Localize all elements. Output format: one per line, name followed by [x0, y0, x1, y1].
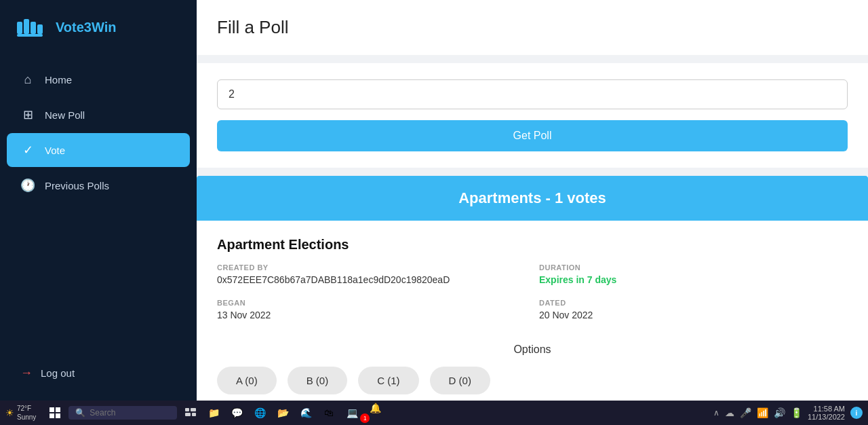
volume-icon[interactable]: 🔊	[774, 407, 785, 418]
get-poll-button[interactable]: Get Poll	[217, 120, 848, 151]
clock-date-widget: 11:58 AM 11/13/2022	[808, 405, 845, 421]
dated-section: DATED 20 Nov 2022	[539, 299, 848, 320]
svg-rect-4	[17, 34, 43, 37]
weather-condition: Sunny	[17, 413, 36, 422]
sidebar-label-vote: Vote	[45, 145, 65, 156]
svg-rect-3	[37, 24, 43, 34]
option-c-button[interactable]: C (1)	[358, 367, 418, 394]
sidebar-bottom: → Log out	[0, 346, 197, 401]
created-by-label: CREATED BY	[217, 263, 526, 272]
taskbar-search[interactable]: 🔍	[68, 406, 177, 420]
battery-icon[interactable]: 🔋	[791, 407, 802, 418]
options-grid: A (0) B (0) C (1) D (0)	[217, 367, 848, 394]
taskbar-time: 11:58 AM	[808, 405, 845, 413]
svg-rect-11	[185, 413, 191, 416]
taskbar-date: 11/13/2022	[808, 413, 845, 421]
options-section: Options A (0) B (0) C (1) D (0)	[197, 344, 868, 401]
dated-value: 20 Nov 2022	[539, 310, 848, 320]
new-poll-icon: ⊞	[20, 107, 35, 122]
search-icon: 🔍	[75, 408, 85, 418]
poll-info: Apartment Elections CREATED BY 0x572EEE7…	[197, 221, 868, 344]
teams-icon[interactable]: 💬	[227, 403, 246, 422]
user-avatar[interactable]: i	[850, 407, 863, 419]
edge-icon[interactable]: 🌊	[296, 403, 315, 422]
clock-icon: 🕐	[20, 178, 35, 193]
svg-rect-6	[56, 407, 60, 412]
duration-value: Expires in 7 days	[539, 274, 848, 285]
svg-rect-9	[185, 408, 189, 411]
option-d-button[interactable]: D (0)	[430, 367, 490, 394]
began-value: 13 Nov 2022	[217, 310, 526, 320]
weather-info: 72°F Sunny	[17, 404, 36, 422]
logo-icon	[14, 14, 47, 41]
logout-button[interactable]: → Log out	[14, 359, 183, 387]
poll-input-card: 2 Get Poll	[197, 63, 868, 168]
svg-rect-0	[17, 22, 22, 34]
svg-rect-8	[56, 413, 60, 418]
cloud-icon[interactable]: ☁	[725, 407, 734, 418]
home-icon: ⌂	[20, 72, 35, 87]
sidebar: Vote3Win ⌂ Home ⊞ New Poll ✓ Vote 🕐 Prev…	[0, 0, 197, 401]
svg-rect-1	[24, 19, 29, 34]
created-by-value: 0x572EEE7C86b67a7DABB118a1ec9dD20c19820e…	[217, 274, 526, 285]
logo-area: Vote3Win	[0, 0, 197, 61]
poll-meta-grid: CREATED BY 0x572EEE7C86b67a7DABB118a1ec9…	[217, 263, 848, 320]
files-icon[interactable]: 📁	[204, 403, 223, 422]
began-section: BEGAN 13 Nov 2022	[217, 299, 526, 320]
sidebar-item-vote[interactable]: ✓ Vote	[7, 133, 190, 167]
sidebar-label-previous-polls: Previous Polls	[45, 180, 109, 191]
vscode-icon[interactable]: 💻	[342, 403, 361, 422]
sidebar-item-new-poll[interactable]: ⊞ New Poll	[7, 98, 190, 132]
notification-app[interactable]: 🔔 1	[366, 399, 384, 425]
logo-text: Vote3Win	[56, 20, 116, 35]
svg-rect-2	[31, 22, 36, 34]
chevron-up-icon[interactable]: ∧	[713, 408, 719, 418]
sidebar-item-home[interactable]: ⌂ Home	[7, 62, 190, 96]
logout-icon: →	[20, 366, 33, 380]
weather-icon: ☀	[5, 407, 14, 418]
taskbar: ☀ 72°F Sunny 🔍	[0, 401, 868, 425]
options-title: Options	[217, 344, 848, 356]
option-a-button[interactable]: A (0)	[217, 367, 277, 394]
duration-label: DURATION	[539, 263, 848, 272]
page-title: Fill a Poll	[217, 17, 848, 38]
duration-section: DURATION Expires in 7 days	[539, 263, 848, 285]
logout-label: Log out	[41, 367, 75, 379]
began-label: BEGAN	[217, 299, 526, 307]
mic-icon[interactable]: 🎤	[740, 407, 751, 418]
option-b-button[interactable]: B (0)	[288, 367, 348, 394]
sidebar-label-new-poll: New Poll	[45, 109, 85, 121]
poll-result-card: Apartments - 1 votes Apartment Elections…	[197, 176, 868, 401]
svg-rect-10	[191, 408, 196, 411]
poll-name: Apartment Elections	[217, 237, 848, 253]
wifi-icon[interactable]: 📶	[757, 407, 768, 418]
poll-banner: Apartments - 1 votes	[197, 176, 868, 221]
sidebar-item-previous-polls[interactable]: 🕐 Previous Polls	[7, 168, 190, 202]
windows-start-icon[interactable]	[45, 403, 64, 422]
poll-id-input[interactable]: 2	[217, 79, 848, 109]
created-by-section: CREATED BY 0x572EEE7C86b67a7DABB118a1ec9…	[217, 263, 526, 285]
sidebar-label-home: Home	[45, 74, 72, 86]
taskbar-right: ∧ ☁ 🎤 📶 🔊 🔋 11:58 AM 11/13/2022 i	[713, 405, 863, 421]
search-input[interactable]	[90, 408, 170, 418]
task-view-icon[interactable]	[181, 403, 200, 422]
svg-rect-5	[50, 407, 54, 412]
vote-icon: ✓	[20, 143, 35, 158]
dated-label: DATED	[539, 299, 848, 307]
store-icon[interactable]: 🛍	[319, 403, 338, 422]
explorer-icon[interactable]: 📂	[273, 403, 292, 422]
weather-temp: 72°F	[17, 404, 36, 413]
weather-widget: ☀ 72°F Sunny	[5, 404, 36, 422]
page-header: Fill a Poll	[197, 0, 868, 55]
poll-banner-text: Apartments - 1 votes	[458, 189, 606, 206]
notification-badge: 1	[360, 413, 370, 423]
taskbar-left: ☀ 72°F Sunny 🔍	[5, 399, 709, 425]
sidebar-nav: ⌂ Home ⊞ New Poll ✓ Vote 🕐 Previous Poll…	[0, 61, 197, 204]
main-content: Fill a Poll 2 Get Poll Apartments - 1 vo…	[197, 0, 868, 401]
chrome-icon[interactable]: 🌐	[250, 403, 269, 422]
svg-rect-7	[50, 413, 54, 418]
svg-rect-12	[192, 413, 196, 416]
